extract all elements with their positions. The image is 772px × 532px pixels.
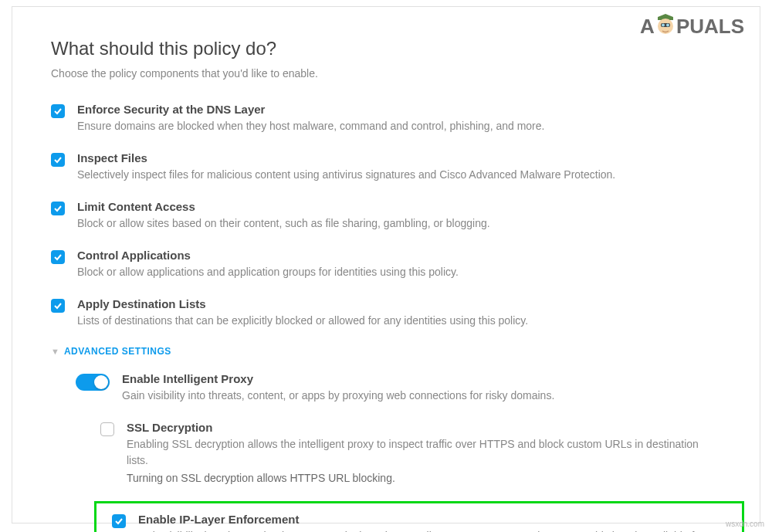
logo-prefix: A	[640, 15, 655, 38]
option-content: Enable Intelligent Proxy Gain visibility…	[122, 372, 721, 404]
logo-mascot-icon	[655, 12, 676, 37]
option-content: Enforce Security at the DNS Layer Ensure…	[77, 103, 721, 134]
option-note: Turning on SSL decryption allows HTTPS U…	[127, 472, 721, 484]
option-title: Inspect Files	[77, 151, 721, 164]
option-desc: Enabling SSL decryption allows the intel…	[127, 436, 721, 469]
option-desc: Block or allow applications and applicat…	[77, 264, 721, 280]
option-destination-lists: Apply Destination Lists Lists of destina…	[51, 297, 721, 329]
option-title: Apply Destination Lists	[77, 297, 721, 310]
option-content: Apply Destination Lists Lists of destina…	[77, 297, 721, 329]
option-desc: Lists of destinations that can be explic…	[77, 313, 721, 329]
chevron-down-icon: ▼	[51, 347, 59, 356]
option-dns-layer: Enforce Security at the DNS Layer Ensure…	[51, 103, 721, 134]
checkmark-icon	[53, 107, 63, 116]
checkbox-ip-layer[interactable]	[112, 514, 126, 528]
highlight-box-ip-layer: Enable IP-Layer Enforcement Gain visibil…	[94, 501, 744, 532]
option-ssl-decryption: SSL Decryption Enabling SSL decryption a…	[100, 421, 721, 484]
option-content: SSL Decryption Enabling SSL decryption a…	[127, 421, 721, 484]
advanced-settings-label: ADVANCED SETTINGS	[64, 346, 171, 357]
advanced-settings-header[interactable]: ▼ ADVANCED SETTINGS	[51, 346, 721, 357]
checkmark-icon	[53, 155, 63, 164]
main-container: A PUALS What should this policy do? Choo…	[12, 6, 760, 524]
checkbox-control-apps[interactable]	[51, 250, 65, 264]
svg-point-2	[662, 24, 665, 27]
checkbox-destination-lists[interactable]	[51, 299, 65, 313]
logo-suffix: PUALS	[676, 15, 744, 38]
option-intelligent-proxy: Enable Intelligent Proxy Gain visibility…	[76, 372, 721, 404]
watermark: wsxdn.com	[726, 520, 764, 528]
option-desc: Gain visibility into threats that bypass…	[138, 528, 736, 532]
option-title: SSL Decryption	[127, 421, 721, 434]
checkbox-dns-layer[interactable]	[51, 104, 65, 118]
checkbox-limit-content[interactable]	[51, 202, 65, 215]
option-content: Limit Content Access Block or allow site…	[77, 200, 721, 232]
option-limit-content: Limit Content Access Block or allow site…	[51, 200, 721, 232]
option-content: Control Applications Block or allow appl…	[77, 249, 721, 280]
toggle-intelligent-proxy[interactable]	[76, 374, 110, 391]
svg-point-3	[666, 24, 669, 27]
brand-logo: A PUALS	[640, 15, 744, 39]
checkmark-icon	[53, 204, 63, 213]
option-desc: Block or allow sites based on their cont…	[77, 215, 721, 232]
option-desc: Ensure domains are blocked when they hos…	[77, 118, 721, 134]
option-control-apps: Control Applications Block or allow appl…	[51, 249, 721, 280]
option-title: Control Applications	[77, 249, 721, 262]
checkmark-icon	[114, 517, 124, 526]
option-ip-layer: Enable IP-Layer Enforcement Gain visibil…	[112, 513, 736, 532]
checkmark-icon	[53, 301, 63, 310]
option-content: Enable IP-Layer Enforcement Gain visibil…	[138, 513, 736, 532]
option-inspect-files: Inspect Files Selectively inspect files …	[51, 151, 721, 183]
option-desc: Selectively inspect files for malicious …	[77, 167, 721, 183]
checkbox-inspect-files[interactable]	[51, 153, 65, 167]
option-title: Limit Content Access	[77, 200, 721, 213]
option-title: Enable IP-Layer Enforcement	[138, 513, 736, 526]
checkbox-ssl-decryption[interactable]	[100, 422, 114, 436]
page-subtitle: Choose the policy components that you'd …	[51, 67, 721, 80]
page-title: What should this policy do?	[51, 38, 721, 59]
option-content: Inspect Files Selectively inspect files …	[77, 151, 721, 183]
option-desc: Gain visibility into threats, content, o…	[122, 388, 721, 404]
option-title: Enforce Security at the DNS Layer	[77, 103, 721, 116]
option-title: Enable Intelligent Proxy	[122, 372, 721, 385]
checkmark-icon	[53, 252, 63, 262]
